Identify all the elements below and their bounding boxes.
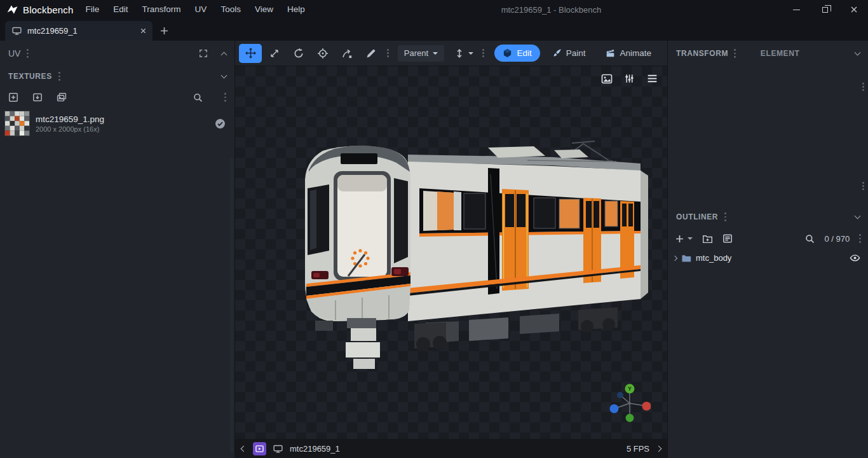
plus-icon bbox=[675, 234, 684, 244]
transform-space-value: Parent bbox=[404, 48, 428, 58]
textures-panel-menu-icon[interactable] bbox=[58, 72, 60, 80]
left-panel-scrollbar[interactable] bbox=[230, 158, 233, 453]
window-title: mtc219659_1 - Blockbench bbox=[501, 5, 602, 15]
outliner-collapse-chevron-icon[interactable] bbox=[855, 213, 861, 219]
menu-help[interactable]: Help bbox=[280, 0, 312, 19]
mode-tab-animate[interactable]: Animate bbox=[597, 45, 660, 62]
move-gizmo-tool-button[interactable] bbox=[239, 44, 262, 63]
tab-close-button[interactable] bbox=[140, 27, 147, 34]
right-panel: TRANSFORM ELEMENT OUTLINER bbox=[667, 41, 868, 458]
texture-folder-icon[interactable] bbox=[57, 92, 67, 102]
mode-paint-label: Paint bbox=[566, 48, 586, 58]
transform-panel-body bbox=[668, 66, 868, 206]
new-tab-button[interactable] bbox=[153, 21, 175, 41]
left-panel: UV TEXTURES bbox=[0, 41, 235, 458]
add-texture-icon[interactable] bbox=[8, 92, 18, 102]
uv-panel-header: UV bbox=[0, 41, 234, 66]
menu-edit[interactable]: Edit bbox=[106, 0, 135, 19]
axis-z-negative bbox=[617, 392, 623, 398]
monitor-icon bbox=[12, 26, 22, 36]
viewport-canvas[interactable]: Y bbox=[235, 66, 667, 439]
plus-icon bbox=[159, 26, 169, 36]
axis-z-positive bbox=[610, 405, 619, 413]
view-settings-sliders-icon[interactable] bbox=[624, 73, 635, 84]
texture-search-icon[interactable] bbox=[193, 93, 203, 102]
rotate-tool-button[interactable] bbox=[287, 44, 310, 63]
textures-toolbar-menu-icon[interactable] bbox=[224, 93, 226, 101]
panel-drag-handle-icon[interactable] bbox=[862, 83, 864, 91]
menu-transform[interactable]: Transform bbox=[135, 0, 188, 19]
uv-collapse-chevron-icon[interactable] bbox=[221, 52, 227, 58]
vertex-snap-tool-button[interactable] bbox=[336, 44, 358, 63]
blockbench-logo-icon bbox=[6, 4, 18, 16]
uv-panel-menu-icon[interactable] bbox=[27, 49, 29, 57]
panel-drag-handle-icon-2[interactable] bbox=[862, 182, 864, 190]
window-controls bbox=[782, 0, 868, 19]
add-group-button[interactable] bbox=[702, 233, 713, 244]
outliner-toolbar-menu-icon[interactable] bbox=[859, 234, 861, 242]
resize-tool-button[interactable] bbox=[263, 44, 286, 63]
outliner-selection-count: 0 / 970 bbox=[824, 234, 850, 244]
expand-chevron-icon[interactable] bbox=[672, 255, 677, 260]
brush-icon bbox=[552, 48, 562, 58]
add-cube-button[interactable] bbox=[675, 234, 693, 244]
vertex-snap-icon bbox=[341, 48, 353, 59]
axis-y-label: Y bbox=[628, 385, 632, 392]
menu-tools[interactable]: Tools bbox=[214, 0, 248, 19]
outliner-view-toggle-button[interactable] bbox=[722, 233, 733, 244]
axis-y-negative bbox=[626, 414, 634, 422]
move-gizmo-icon bbox=[245, 47, 257, 59]
toolbar-menu-icon-2[interactable] bbox=[482, 49, 484, 57]
textures-panel-label: TEXTURES bbox=[8, 72, 52, 81]
add-group-folder-icon bbox=[702, 233, 713, 244]
background-image-icon[interactable] bbox=[601, 73, 613, 85]
group-folder-icon bbox=[681, 253, 691, 263]
tab-element[interactable]: ELEMENT bbox=[761, 49, 800, 58]
transform-space-dropdown[interactable]: Parent bbox=[398, 45, 444, 62]
close-button[interactable] bbox=[839, 0, 868, 19]
menu-view[interactable]: View bbox=[248, 0, 280, 19]
model-train[interactable] bbox=[235, 66, 667, 439]
visibility-eye-icon[interactable] bbox=[850, 253, 860, 263]
center-column: Parent Edit Paint bbox=[235, 41, 667, 458]
project-tab[interactable]: mtc219659_1 bbox=[5, 21, 153, 41]
workspace: UV TEXTURES bbox=[0, 41, 868, 458]
status-next-chevron-icon[interactable] bbox=[656, 447, 661, 451]
vertical-arrows-icon bbox=[454, 48, 465, 59]
seam-tool-button[interactable] bbox=[360, 44, 383, 63]
menu-uv[interactable]: UV bbox=[188, 0, 214, 19]
maximize-button[interactable] bbox=[811, 0, 839, 19]
outliner-group-row[interactable]: mtc_body bbox=[668, 249, 868, 267]
transform-panel-menu-icon[interactable] bbox=[734, 49, 736, 57]
texture-applied-check-icon[interactable] bbox=[215, 118, 226, 129]
menu-bar: File Edit Transform UV Tools View Help bbox=[79, 0, 312, 19]
minimize-button[interactable] bbox=[782, 0, 811, 19]
right-panel-collapse-chevron-icon[interactable] bbox=[855, 50, 861, 56]
tab-transform[interactable]: TRANSFORM bbox=[676, 49, 728, 58]
main-toolbar: Parent Edit Paint bbox=[235, 41, 667, 66]
status-prev-chevron-icon[interactable] bbox=[241, 447, 246, 451]
mode-tab-edit[interactable]: Edit bbox=[494, 45, 539, 62]
texture-list-item[interactable]: mtc219659_1.png 2000 x 2000px (16x) bbox=[0, 108, 234, 139]
toolbar-menu-icon[interactable] bbox=[387, 49, 389, 57]
pivot-mode-dropdown-button[interactable] bbox=[450, 44, 478, 63]
project-format-monitor-icon[interactable] bbox=[273, 444, 283, 454]
mode-tab-paint[interactable]: Paint bbox=[544, 45, 594, 62]
pivot-tool-button[interactable] bbox=[311, 44, 334, 63]
list-icon bbox=[722, 233, 733, 244]
textures-collapse-chevron-icon[interactable] bbox=[221, 73, 227, 79]
fps-counter: 5 FPS bbox=[627, 444, 649, 454]
uv-fullscreen-icon[interactable] bbox=[199, 49, 208, 58]
import-texture-icon[interactable] bbox=[32, 92, 43, 102]
outliner-search-icon[interactable] bbox=[805, 234, 815, 244]
viewport-menu-icon[interactable] bbox=[646, 73, 658, 85]
rotate-icon bbox=[293, 48, 304, 59]
maximize-restore-icon bbox=[822, 7, 828, 13]
media-preview-icon[interactable] bbox=[253, 442, 266, 455]
mode-edit-label: Edit bbox=[517, 48, 531, 58]
outliner-menu-icon[interactable] bbox=[724, 212, 726, 221]
outliner-header: OUTLINER bbox=[668, 206, 868, 228]
axis-gizmo[interactable]: Y bbox=[609, 381, 651, 425]
seam-pencil-icon bbox=[365, 48, 377, 59]
menu-file[interactable]: File bbox=[79, 0, 107, 19]
